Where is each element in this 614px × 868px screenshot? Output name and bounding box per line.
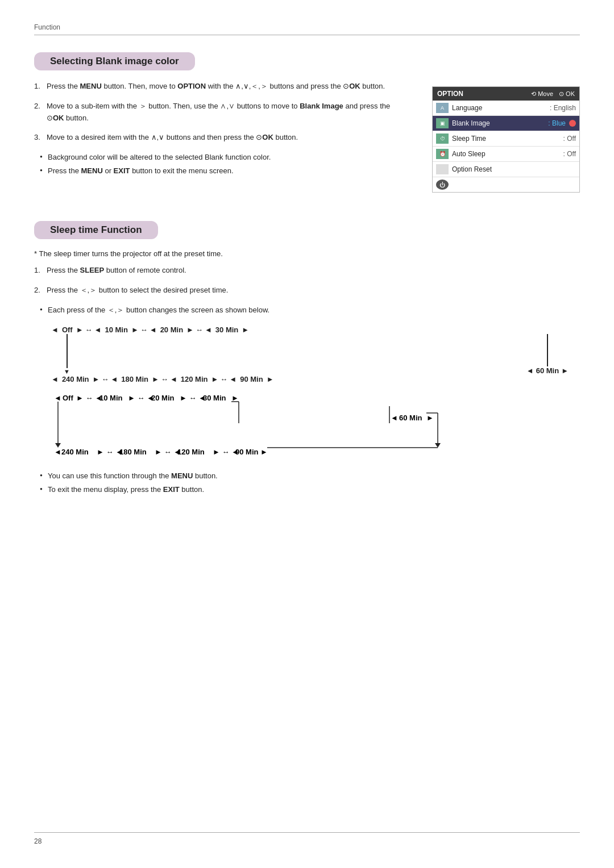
sleep-note: * The sleep timer turns the projector of… — [34, 249, 580, 258]
flow-svg: ◄ Off ► ↔ ◄ 10 Min ► ↔ ◄ 20 Min ► ↔ ◄ 30… — [51, 389, 460, 457]
ok-label: ⊙ OK — [559, 90, 575, 98]
step1: 1. Press the MENU button. Then, move to … — [34, 81, 409, 93]
sleep-icon: ⏱ — [436, 133, 449, 144]
svg-text:60 Min: 60 Min — [399, 414, 422, 422]
sleep-flow-diagram: ◄ Off ► ↔ ◄ 10 Min ► ↔ ◄ 20 Min ► ↔ ◄ 30… — [51, 326, 569, 383]
svg-text:► ↔ ◄: ► ↔ ◄ — [180, 394, 206, 402]
svg-text:240 Min: 240 Min — [61, 448, 89, 456]
page: Function Selecting Blank image color 1. … — [0, 0, 614, 868]
blank-icon: ▣ — [436, 118, 449, 128]
power-icon: ⏻ — [436, 180, 449, 190]
option-row-sleep-time: ⏱ Sleep Time : Off — [433, 131, 579, 147]
auto-icon: ⏰ — [436, 149, 449, 159]
svg-text:Off: Off — [63, 394, 73, 402]
bullet1: Background color will be altered to the … — [40, 152, 409, 163]
section1-bullets: Background color will be altered to the … — [40, 152, 409, 176]
section2-title: Sleep time Function — [34, 221, 158, 239]
svg-text:◄: ◄ — [391, 414, 398, 422]
svg-marker-18 — [435, 443, 441, 448]
option-row-blank-image: ▣ Blank Image : Blue — [433, 116, 579, 131]
option-menu-header: OPTION ⟲ Move ⊙ OK — [433, 87, 579, 101]
bullet2: Press the MENU or EXIT button to exit th… — [40, 165, 409, 177]
option-row-auto-sleep: ⏰ Auto Sleep : Off — [433, 147, 579, 162]
sleep-step1: 1. Press the SLEEP button of remote cont… — [34, 265, 580, 277]
diagram-bullet: Each press of the ＜,＞ button changes the… — [40, 304, 580, 316]
option-row-language: A Language : English — [433, 101, 579, 116]
svg-text:◄: ◄ — [54, 394, 61, 402]
footer-bullet2: To exit the menu display, press the EXIT… — [40, 484, 580, 495]
flow-bottom-row: ◄ 240 Min ► ↔ ◄ 180 Min ► ↔ ◄ 120 Min ► … — [51, 375, 569, 383]
svg-text:◄: ◄ — [54, 448, 61, 456]
section1-content: 1. Press the MENU button. Then, move to … — [34, 81, 580, 193]
reset-icon — [436, 164, 449, 174]
section-blank-image: Selecting Blank image color 1. Press the… — [34, 52, 580, 193]
svg-text:► ↔ ◄: ► ↔ ◄ — [128, 394, 154, 402]
svg-text:120 Min: 120 Min — [177, 448, 205, 456]
step3: 3. Move to a desired item with the ∧,∨ b… — [34, 132, 409, 144]
footer-bullet1: You can use this function through the ME… — [40, 470, 580, 482]
section1-title: Selecting Blank image color — [34, 52, 195, 70]
svg-text:30 Min: 30 Min — [203, 394, 226, 402]
header-label: Function — [34, 23, 60, 31]
lang-icon: A — [436, 103, 449, 113]
svg-text:90 Min: 90 Min — [235, 448, 259, 456]
option-menu: OPTION ⟲ Move ⊙ OK A Language : English … — [432, 86, 580, 193]
svg-text:►: ► — [426, 414, 434, 422]
section-sleep-time: Sleep time Function * The sleep timer tu… — [34, 221, 580, 495]
svg-text:10 Min: 10 Min — [99, 394, 123, 402]
sleep-step2: 2. Press the ＜,＞ button to select the de… — [34, 285, 580, 297]
svg-text:►: ► — [231, 394, 239, 402]
flow-top-row: ◄ Off ► ↔ ◄ 10 Min ► ↔ ◄ 20 Min ► ↔ ◄ 30… — [51, 326, 569, 334]
svg-text:180 Min: 180 Min — [119, 448, 147, 456]
option-title: OPTION — [437, 90, 463, 98]
svg-text:20 Min: 20 Min — [151, 394, 175, 402]
footer: 28 — [34, 832, 580, 845]
flow-connector: ▼ ◄ 60 Min ► — [51, 334, 569, 375]
step2: 2. Move to a sub-item with the ＞ button.… — [34, 101, 409, 124]
page-number: 28 — [34, 837, 42, 845]
sleep-bullet-diagram: Each press of the ＜,＞ button changes the… — [40, 304, 580, 316]
svg-text:► ↔ ◄: ► ↔ ◄ — [76, 394, 102, 402]
option-row-reset: Option Reset — [433, 162, 579, 177]
svg-text:►: ► — [260, 448, 268, 456]
section1-instructions: 1. Press the MENU button. Then, move to … — [34, 81, 409, 178]
move-label: ⟲ Move — [531, 90, 553, 98]
option-row-power: ⏻ — [433, 177, 579, 192]
svg-marker-20 — [55, 443, 61, 448]
header-section: Function — [34, 23, 580, 35]
sleep-svg-diagram: ◄ Off ► ↔ ◄ 10 Min ► ↔ ◄ 20 Min ► ↔ ◄ 30… — [51, 389, 563, 459]
sleep-footer-bullets: You can use this function through the ME… — [40, 470, 580, 495]
selected-dot — [569, 120, 576, 127]
